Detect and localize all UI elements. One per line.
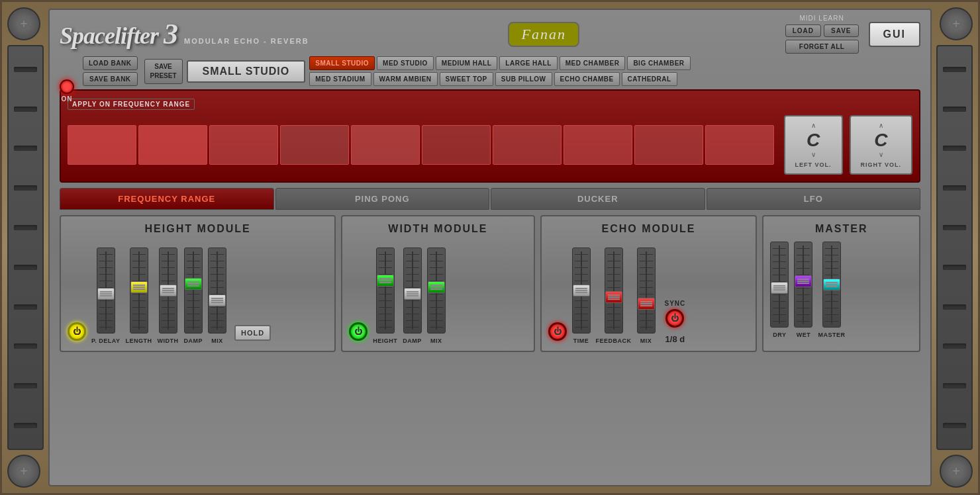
tab-ping-pong[interactable]: PING PONG bbox=[275, 188, 490, 210]
brand-logo: Fanan bbox=[508, 22, 579, 47]
freq-bar-2[interactable] bbox=[138, 125, 207, 165]
preset-tab-medium-hall[interactable]: MEDIUM HALL bbox=[436, 56, 498, 70]
forget-all-button[interactable]: FORGET ALL bbox=[785, 40, 859, 54]
preset-tab-echo-chambe[interactable]: ECHO CHAMBE bbox=[554, 72, 620, 86]
echo-power-button[interactable]: ⏻ bbox=[548, 322, 567, 341]
left-vol-arrows: ∧ C ∨ bbox=[795, 122, 832, 159]
slider-handle-feedback[interactable] bbox=[605, 291, 622, 303]
slider-label-damp-height: DAMP bbox=[184, 338, 203, 344]
corner-tr bbox=[940, 7, 973, 40]
slider-track-damp-width[interactable] bbox=[403, 248, 422, 334]
current-preset-button[interactable]: SMALL STUDIO bbox=[187, 60, 306, 83]
slider-handle-height-width[interactable] bbox=[377, 275, 394, 287]
height-power-button[interactable]: ⏻ bbox=[68, 322, 86, 341]
preset-tab-small-studio[interactable]: SMALL STUDIO bbox=[309, 56, 375, 70]
slider-track-mix-height[interactable] bbox=[208, 248, 226, 334]
slider-track-dry[interactable] bbox=[770, 242, 789, 328]
slider-handle-mix-width[interactable] bbox=[428, 281, 445, 293]
preset-tab-cathedral[interactable]: CATHEDRAL bbox=[622, 72, 677, 86]
slider-handle-wet[interactable] bbox=[795, 275, 812, 287]
slider-handle-dry[interactable] bbox=[771, 282, 788, 294]
rail-notch bbox=[943, 265, 966, 270]
rail-notch bbox=[943, 107, 966, 112]
midi-learn-label: MIDI LEARN bbox=[785, 15, 859, 22]
freq-bar-7[interactable] bbox=[493, 125, 562, 165]
app-title: Spacelifter 3 MODULAR ECHO - REVERB bbox=[60, 17, 309, 51]
slider-handle-damp-width[interactable] bbox=[404, 288, 421, 300]
right-vol-label: RIGHT VOL. bbox=[861, 161, 902, 168]
on-power-button[interactable] bbox=[60, 79, 74, 94]
load-bank-button[interactable]: LOAD BANK bbox=[83, 56, 138, 70]
slider-track-wet[interactable] bbox=[794, 242, 812, 328]
rail-notch bbox=[943, 304, 966, 310]
slider-track-damp-height[interactable] bbox=[184, 248, 203, 334]
slider-damp-height: DAMP bbox=[184, 248, 203, 344]
save-preset-button[interactable]: SAVE PRESET bbox=[144, 59, 183, 84]
freq-bar-4[interactable] bbox=[280, 125, 349, 165]
slider-track-feedback[interactable] bbox=[605, 248, 623, 334]
left-vol-value: C bbox=[807, 130, 820, 151]
slider-track-width[interactable] bbox=[159, 248, 177, 334]
left-vol-up[interactable]: ∧ bbox=[811, 122, 816, 130]
slider-track-mix-width[interactable] bbox=[427, 248, 446, 334]
width-power-button[interactable]: ⏻ bbox=[349, 322, 368, 341]
slider-label-mix-width: MIX bbox=[430, 338, 442, 344]
left-vol-control[interactable]: ∧ C ∨ LEFT VOL. bbox=[784, 115, 843, 175]
preset-tab-big-chamber[interactable]: BIG CHAMBER bbox=[627, 56, 690, 70]
preset-tab-sweet-top[interactable]: SWEET TOP bbox=[440, 72, 493, 86]
slider-handle-p-delay[interactable] bbox=[97, 288, 115, 300]
preset-tab-large-hall[interactable]: LARGE HALL bbox=[499, 56, 557, 70]
rail-notch bbox=[14, 383, 37, 388]
freq-bar-10[interactable] bbox=[705, 125, 774, 165]
save-bank-button[interactable]: SAVE BANK bbox=[83, 72, 138, 86]
left-vol-down[interactable]: ∨ bbox=[811, 151, 816, 159]
slider-track-length[interactable] bbox=[130, 248, 148, 334]
tab-ducker[interactable]: DUCKER bbox=[491, 188, 705, 210]
preset-tab-med-studio[interactable]: MED STUDIO bbox=[377, 56, 434, 70]
freq-bar-8[interactable] bbox=[564, 125, 632, 165]
slider-handle-time[interactable] bbox=[573, 285, 590, 296]
right-vol-down[interactable]: ∨ bbox=[879, 151, 883, 159]
tab-frequency-range[interactable]: FREQUENCY RANGE bbox=[60, 188, 274, 210]
corner-br bbox=[940, 455, 973, 488]
preset-tab-warm-ambien[interactable]: WARM AMBIEN bbox=[373, 72, 438, 86]
freq-bar-9[interactable] bbox=[634, 125, 703, 165]
freq-bar-3[interactable] bbox=[209, 125, 278, 165]
slider-time: TIME bbox=[572, 248, 591, 344]
slider-label-mix-height: MIX bbox=[211, 338, 223, 344]
freq-section-label: APPLY ON FREQUENCY RANGE bbox=[68, 99, 195, 110]
freq-bar-5[interactable] bbox=[351, 125, 420, 165]
rail-notch bbox=[943, 383, 966, 388]
gui-button[interactable]: GUI bbox=[869, 22, 920, 47]
tab-lfo[interactable]: LFO bbox=[707, 188, 921, 210]
midi-save-button[interactable]: SAVE bbox=[824, 24, 859, 37]
slider-track-master[interactable] bbox=[822, 242, 841, 328]
slider-handle-width[interactable] bbox=[160, 285, 177, 296]
right-vol-up[interactable]: ∧ bbox=[879, 122, 883, 130]
slider-track-time[interactable] bbox=[572, 248, 591, 334]
slider-track-p-delay[interactable] bbox=[97, 248, 115, 334]
right-vol-control[interactable]: ∧ C ∨ RIGHT VOL. bbox=[850, 115, 913, 175]
slider-handle-mix-height[interactable] bbox=[209, 294, 226, 306]
slider-handle-length[interactable] bbox=[130, 281, 148, 293]
slider-handle-mix-echo[interactable] bbox=[638, 298, 655, 310]
preset-tabs: SMALL STUDIO MED STUDIO MEDIUM HALL LARG… bbox=[309, 56, 920, 86]
slider-label-feedback: FEEDBACK bbox=[596, 338, 632, 344]
power-icon-width: ⏻ bbox=[354, 327, 362, 336]
freq-bars bbox=[68, 125, 775, 165]
preset-tab-sub-pillow[interactable]: SUB PILLOW bbox=[495, 72, 552, 86]
slider-handle-damp-height[interactable] bbox=[185, 278, 202, 290]
preset-tab-med-chamber[interactable]: MED CHAMBER bbox=[560, 56, 626, 70]
freq-bar-6[interactable] bbox=[422, 125, 491, 165]
preset-tab-med-stadium[interactable]: MED STADIUM bbox=[309, 72, 371, 86]
hold-button[interactable]: HOLD bbox=[234, 325, 271, 341]
sync-power-button[interactable]: ⏻ bbox=[665, 309, 684, 328]
slider-label-width: WIDTH bbox=[158, 338, 179, 344]
slider-track-height-width[interactable] bbox=[376, 248, 395, 334]
freq-bar-1[interactable] bbox=[68, 125, 136, 165]
slider-handle-master[interactable] bbox=[823, 279, 840, 291]
midi-load-button[interactable]: LOAD bbox=[785, 24, 821, 37]
right-rail bbox=[936, 45, 973, 450]
slider-track-mix-echo[interactable] bbox=[637, 248, 656, 334]
slider-height-width: HEIGHT bbox=[373, 248, 397, 344]
